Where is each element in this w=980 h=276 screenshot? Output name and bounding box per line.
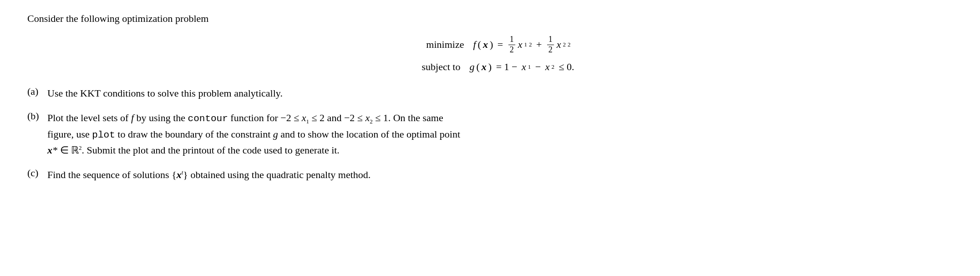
plus: +: [533, 39, 544, 51]
x2-squared: x: [557, 39, 561, 51]
part-b-content: Plot the level sets of f by using the co…: [47, 110, 953, 158]
g-italic: g: [273, 128, 278, 140]
leq: ≤ 0.: [556, 61, 574, 73]
x1-term: x: [522, 61, 526, 73]
part-a-label: (a): [27, 86, 45, 97]
x-bold: x: [483, 39, 488, 51]
g-paren-open: (: [476, 61, 479, 73]
frac1: 1 2: [508, 35, 515, 55]
minimize-label: minimize: [409, 39, 464, 51]
part-c-content: Find the sequence of solutions {xt} obta…: [47, 167, 953, 183]
g-paren-close: ): [488, 61, 492, 73]
xt-expr: xt: [177, 169, 183, 180]
paren-close: ): [490, 39, 493, 51]
part-a: (a) Use the KKT conditions to solve this…: [27, 86, 953, 101]
g-equals: = 1 −: [493, 61, 520, 73]
part-a-content: Use the KKT conditions to solve this pro…: [47, 86, 953, 101]
part-b-label: (b): [27, 110, 45, 122]
intro-text: Consider the following optimization prob…: [27, 13, 953, 25]
paren-open: (: [478, 39, 481, 51]
minus2: −: [533, 61, 543, 73]
minimize-row: minimize f ( x ) = 1 2 x12 + 1 2 x22: [409, 35, 570, 55]
subject-expr: g ( x ) = 1 − x1 − x2 ≤ 0.: [469, 61, 574, 73]
page-container: Consider the following optimization prob…: [27, 13, 953, 183]
subject-label: subject to: [406, 61, 460, 73]
x2-term: x: [545, 61, 550, 73]
f-func: f: [473, 39, 476, 51]
f-italic: f: [131, 112, 134, 123]
plot-code: plot: [92, 130, 115, 140]
minimize-expr: f ( x ) = 1 2 x12 + 1 2 x22: [473, 35, 570, 55]
g-func: g: [469, 61, 474, 73]
part-b: (b) Plot the level sets of f by using th…: [27, 110, 953, 158]
x1-squared: x: [518, 39, 523, 51]
xstar-expr: x*: [47, 144, 57, 156]
frac2: 1 2: [547, 35, 554, 55]
equals: =: [495, 39, 505, 51]
part-c: (c) Find the sequence of solutions {xt} …: [27, 167, 953, 183]
contour-code: contour: [188, 113, 228, 124]
math-block: minimize f ( x ) = 1 2 x12 + 1 2 x22: [27, 35, 953, 73]
subject-row: subject to g ( x ) = 1 − x1 − x2 ≤ 0.: [406, 61, 574, 73]
part-c-label: (c): [27, 167, 45, 179]
g-x-bold: x: [482, 61, 487, 73]
